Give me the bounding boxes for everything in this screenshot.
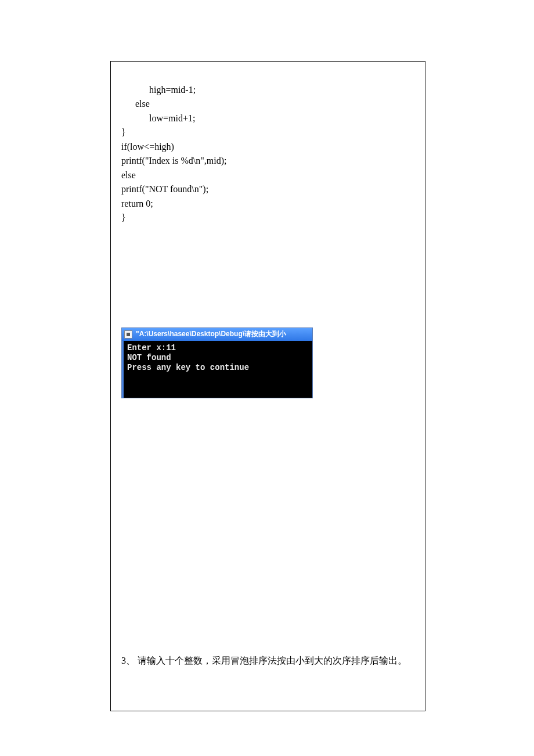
code-line: low=mid+1; — [121, 113, 195, 123]
code-line: else — [121, 99, 150, 109]
document-frame: high=mid-1; else low=mid+1; } if(low<=hi… — [110, 61, 425, 711]
console-titlebar: "A:\Users\hasee\Desktop\Debug\请按由大到小 — [122, 328, 312, 341]
console-line: Press any key to continue — [127, 363, 249, 372]
question-3: 3、 请输入十个整数，采用冒泡排序法按由小到大的次序排序后输出。 — [121, 655, 407, 667]
code-line: } — [121, 127, 126, 137]
console-line: Enter x:11 — [127, 343, 176, 352]
code-line: return 0; — [121, 199, 153, 208]
app-icon — [124, 330, 132, 339]
code-line: printf("NOT found\n"); — [121, 184, 208, 194]
console-line: NOT found — [127, 353, 171, 362]
console-title: "A:\Users\hasee\Desktop\Debug\请按由大到小 — [136, 329, 310, 339]
console-output: Enter x:11 NOT found Press any key to co… — [122, 341, 312, 398]
code-line: printf("Index is %d\n",mid); — [121, 156, 226, 165]
page: high=mid-1; else low=mid+1; } if(low<=hi… — [0, 0, 534, 756]
code-line: high=mid-1; — [121, 85, 196, 95]
console-window: "A:\Users\hasee\Desktop\Debug\请按由大到小 Ent… — [121, 327, 313, 398]
code-line: else — [121, 170, 136, 180]
code-line: if(low<=high) — [121, 142, 174, 152]
code-line: } — [121, 213, 126, 222]
code-block: high=mid-1; else low=mid+1; } if(low<=hi… — [121, 69, 414, 225]
